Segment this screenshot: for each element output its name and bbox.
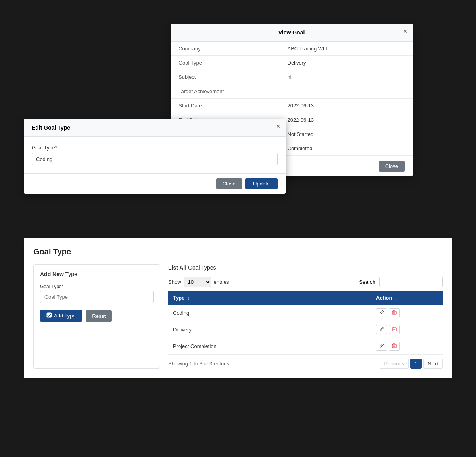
action-cell bbox=[371, 305, 443, 321]
add-panel-actions: Add Type Reset bbox=[40, 310, 154, 322]
add-type-button-label: Add Type bbox=[54, 313, 76, 319]
entries-select[interactable]: 102550100 bbox=[184, 277, 211, 287]
field-label: Company bbox=[171, 42, 280, 56]
next-button[interactable]: Next bbox=[423, 359, 443, 369]
action-buttons bbox=[376, 342, 438, 351]
action-cell bbox=[371, 321, 443, 338]
action-sort-icon[interactable]: ↕ bbox=[395, 296, 397, 300]
view-goal-row: Target Achievementj bbox=[171, 84, 413, 99]
field-value: Completed bbox=[280, 141, 413, 156]
search-box: Search: bbox=[359, 277, 443, 287]
field-label: Goal Type bbox=[171, 56, 280, 70]
edit-goal-header: Edit Goal Type × bbox=[24, 119, 286, 137]
type-cell: Coding bbox=[168, 305, 371, 321]
edit-goal-type-input[interactable] bbox=[32, 153, 278, 165]
edit-goal-modal: Edit Goal Type × Goal Type* Close Update bbox=[24, 119, 286, 194]
list-panel-title: List All Goal Types bbox=[168, 264, 443, 271]
add-goal-type-group: Goal Type* bbox=[40, 284, 154, 303]
field-value: 2022-06-13 bbox=[280, 113, 413, 127]
table-row: Coding bbox=[168, 305, 443, 321]
edit-button[interactable] bbox=[376, 342, 387, 351]
view-goal-close-button[interactable]: Close bbox=[379, 161, 405, 172]
add-goal-type-label: Goal Type* bbox=[40, 284, 154, 289]
search-input[interactable] bbox=[379, 277, 443, 287]
checkbox-icon bbox=[46, 312, 52, 319]
view-goal-row: Goal TypeDelivery bbox=[171, 56, 413, 70]
page-content: Add New Type Goal Type* Add Type Reset bbox=[33, 264, 443, 369]
type-sort-icon[interactable]: ↕ bbox=[188, 296, 190, 300]
goal-type-table: Type ↕ Action ↕ Coding bbox=[168, 291, 443, 355]
previous-button[interactable]: Previous bbox=[380, 359, 409, 369]
reset-button[interactable]: Reset bbox=[86, 310, 112, 322]
edit-goal-type-label: Goal Type* bbox=[32, 145, 278, 151]
edit-goal-update-button[interactable]: Update bbox=[245, 178, 278, 189]
showing-text: Showing 1 to 3 of 3 entries bbox=[168, 361, 229, 367]
edit-goal-body: Goal Type* bbox=[24, 137, 286, 173]
show-label: Show bbox=[168, 279, 181, 285]
add-panel: Add New Type Goal Type* Add Type Reset bbox=[33, 264, 160, 369]
entries-label: entries bbox=[214, 279, 229, 285]
field-value: ABC Trading WLL bbox=[280, 42, 413, 56]
add-goal-type-input[interactable] bbox=[40, 291, 154, 303]
field-value: hl bbox=[280, 70, 413, 84]
edit-button[interactable] bbox=[376, 325, 387, 334]
show-entries: Show 102550100 entries bbox=[168, 277, 229, 287]
pagination: Previous 1 Next bbox=[380, 359, 443, 369]
page-title: Goal Type bbox=[33, 247, 443, 256]
field-label: Start Date bbox=[171, 99, 280, 113]
view-goal-row: CompanyABC Trading WLL bbox=[171, 42, 413, 56]
field-label: Subject bbox=[171, 70, 280, 84]
edit-goal-close-button[interactable]: Close bbox=[216, 178, 242, 189]
field-value: 2022-06-13 bbox=[280, 99, 413, 113]
type-column-header: Type ↕ bbox=[168, 291, 371, 305]
table-header: Type ↕ Action ↕ bbox=[168, 291, 443, 305]
field-value: j bbox=[280, 84, 413, 99]
add-type-button[interactable]: Add Type bbox=[40, 310, 82, 322]
delete-button[interactable] bbox=[389, 325, 400, 334]
edit-goal-footer: Close Update bbox=[24, 173, 286, 194]
delete-button[interactable] bbox=[389, 342, 400, 351]
field-value: Delivery bbox=[280, 56, 413, 70]
add-panel-title: Add New Type bbox=[40, 271, 154, 277]
type-cell: Project Completion bbox=[168, 338, 371, 355]
action-cell bbox=[371, 338, 443, 355]
page-1-button[interactable]: 1 bbox=[410, 359, 422, 369]
field-label: Target Achievement bbox=[171, 84, 280, 99]
delete-button[interactable] bbox=[389, 308, 400, 317]
action-buttons bbox=[376, 308, 438, 317]
view-goal-row: Start Date2022-06-13 bbox=[171, 99, 413, 113]
type-cell: Delivery bbox=[168, 321, 371, 338]
table-controls: Show 102550100 entries Search: bbox=[168, 277, 443, 287]
search-label: Search: bbox=[359, 279, 377, 285]
view-goal-row: Subjecthl bbox=[171, 70, 413, 84]
view-goal-close-x[interactable]: × bbox=[403, 28, 407, 35]
edit-button[interactable] bbox=[376, 308, 387, 317]
action-column-header: Action ↕ bbox=[371, 291, 443, 305]
list-panel: List All Goal Types Show 102550100 entri… bbox=[168, 264, 443, 369]
table-row: Project Completion bbox=[168, 338, 443, 355]
view-goal-title: View Goal bbox=[278, 29, 305, 36]
view-goal-modal-header: View Goal × bbox=[171, 24, 413, 42]
svg-rect-0 bbox=[47, 313, 52, 317]
table-row: Delivery bbox=[168, 321, 443, 338]
goal-type-tbody: Coding bbox=[168, 305, 443, 355]
edit-goal-title: Edit Goal Type bbox=[32, 124, 70, 131]
edit-goal-type-group: Goal Type* bbox=[32, 145, 278, 165]
action-buttons bbox=[376, 325, 438, 334]
field-value: Not Started bbox=[280, 127, 413, 141]
edit-goal-close-x[interactable]: × bbox=[276, 123, 280, 130]
table-footer: Showing 1 to 3 of 3 entries Previous 1 N… bbox=[168, 359, 443, 369]
main-page: Goal Type Add New Type Goal Type* bbox=[24, 238, 452, 378]
